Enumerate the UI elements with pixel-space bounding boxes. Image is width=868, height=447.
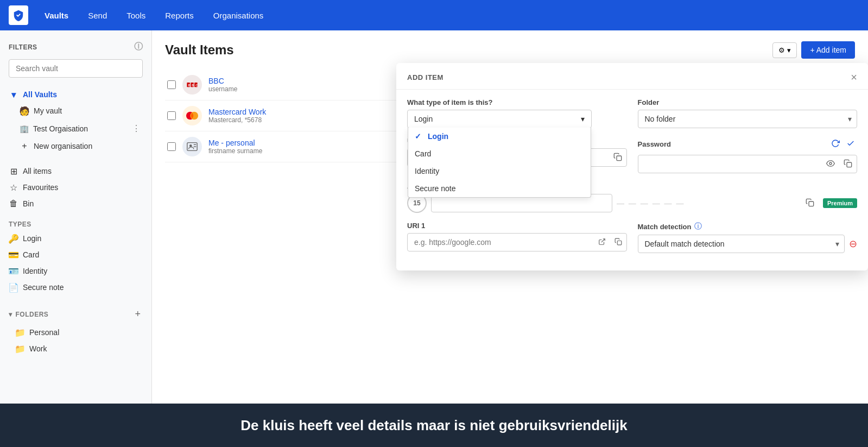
type-row: What type of item is this? Login ▾ Login… (407, 98, 857, 128)
new-org-label: New organisation (34, 142, 92, 150)
filters-info-icon[interactable]: ⓘ (134, 41, 143, 53)
item-type-header[interactable]: Login ▾ (408, 110, 591, 128)
sidebar-item-all-vaults[interactable]: ▾ All Vaults (0, 86, 151, 103)
uri-input[interactable] (408, 234, 594, 251)
item-checkbox-me[interactable] (167, 142, 176, 151)
my-vault-label: My vault (34, 106, 62, 115)
svg-line-16 (601, 238, 604, 242)
type-question-label: What type of item is this? (407, 98, 627, 106)
uri-input-group (407, 233, 627, 251)
item-type-options: Login Card Identity Secure note (408, 128, 591, 198)
nav-tools[interactable]: Tools (119, 8, 153, 23)
sidebar-item-bin[interactable]: 🗑 Bin (0, 196, 151, 212)
password-action-buttons (829, 137, 857, 152)
svg-rect-15 (809, 202, 814, 206)
favourites-label: Favourites (23, 183, 58, 192)
password-input-group (638, 155, 858, 173)
settings-button[interactable]: ⚙ ▾ (772, 42, 797, 58)
sidebar-item-card[interactable]: 💳 Card (0, 247, 151, 263)
gear-chevron-icon: ▾ (787, 46, 791, 54)
password-copy-button[interactable] (839, 156, 857, 173)
uri-row: URI 1 (407, 222, 857, 253)
modal-body: What type of item is this? Login ▾ Login… (396, 90, 868, 270)
content-area: Vault Items ⚙ ▾ + Add item B (152, 30, 868, 404)
types-section: ⊞ All items ☆ Favourites 🗑 Bin TYPES 🔑 L… (0, 163, 151, 295)
folders-section: ▾ FOLDERS + 📁 Personal 📁 Work (0, 304, 151, 357)
modal-header: ADD ITEM × (396, 63, 868, 90)
uri-copy-button[interactable] (610, 235, 626, 250)
nav-send[interactable]: Send (80, 8, 115, 23)
type-option-identity[interactable]: Identity (408, 162, 591, 180)
gear-icon: ⚙ (778, 46, 785, 54)
item-type-dropdown[interactable]: Login ▾ Login Card Identity Secure note (407, 110, 592, 128)
match-detection-row: Default match detectionBase domainHostSt… (638, 235, 858, 253)
person-icon: 🧑 (20, 106, 29, 116)
chevron-folders-icon: ▾ (9, 311, 12, 318)
modal-close-button[interactable]: × (851, 72, 857, 83)
sidebar-item-new-org[interactable]: + New organisation (0, 138, 151, 154)
identity-type-label: Identity (23, 267, 47, 275)
dropdown-chevron-icon: ▾ (581, 115, 585, 123)
svg-point-9 (189, 144, 192, 147)
type-option-login[interactable]: Login (408, 128, 591, 145)
sidebar-item-secure-note[interactable]: 📄 Secure note (0, 279, 151, 295)
filters-label: FILTERS (9, 43, 37, 51)
password-input[interactable] (638, 155, 822, 173)
test-org-menu-button[interactable]: ⋮ (130, 122, 143, 135)
item-checkbox-bbc[interactable] (167, 80, 176, 89)
username-copy-button[interactable] (609, 149, 626, 166)
password-visibility-button[interactable] (822, 156, 839, 173)
add-folder-button[interactable]: + (132, 307, 143, 321)
folder-select-wrapper: No folder (638, 110, 858, 128)
item-icon-me (182, 137, 202, 156)
content-actions: ⚙ ▾ + Add item (772, 41, 855, 59)
match-detection-remove-button[interactable]: ⊖ (849, 238, 857, 250)
sidebar-item-test-org-row: 🏢 Test Orgaisation ⋮ (0, 119, 151, 138)
totp-copy-button[interactable] (801, 195, 819, 212)
login-type-label: Login (23, 234, 41, 243)
content-header: Vault Items ⚙ ▾ + Add item (165, 41, 855, 59)
identity-icon: 🪪 (9, 266, 18, 276)
premium-badge: Premium (823, 198, 857, 208)
personal-folder-label: Personal (29, 328, 59, 337)
uri-open-button[interactable] (594, 235, 610, 250)
sidebar-item-test-org[interactable]: 🏢 Test Orgaisation (20, 124, 130, 133)
sidebar-item-work-folder[interactable]: 📁 Work (0, 341, 151, 357)
password-check-button[interactable] (844, 137, 857, 152)
match-detection-select[interactable]: Default match detectionBase domainHostSt… (638, 235, 845, 253)
sidebar-item-my-vault[interactable]: 🧑 My vault (0, 103, 151, 119)
login-icon: 🔑 (9, 234, 18, 243)
nav-vaults[interactable]: Vaults (37, 8, 76, 23)
selected-type-label: Login (414, 115, 433, 123)
nav-reports[interactable]: Reports (157, 8, 201, 23)
type-option-secure-note[interactable]: Secure note (408, 180, 591, 197)
svg-rect-12 (617, 156, 622, 161)
topnav: Vaults Send Tools Reports Organisations (0, 0, 868, 30)
password-label: Password (638, 140, 671, 148)
search-input[interactable] (9, 59, 143, 78)
nav-organisations[interactable]: Organisations (206, 8, 271, 23)
folders-label: ▾ FOLDERS (9, 311, 48, 318)
svg-rect-17 (617, 241, 622, 245)
sidebar-item-favourites[interactable]: ☆ Favourites (0, 179, 151, 196)
match-detection-info-icon[interactable]: ⓘ (694, 222, 702, 231)
sidebar-divider-2 (0, 212, 151, 218)
folder-select[interactable]: No folder (638, 110, 858, 128)
svg-point-13 (829, 162, 832, 165)
add-item-button[interactable]: + Add item (801, 41, 855, 59)
plus-icon: + (20, 141, 29, 151)
sidebar-item-all-items[interactable]: ⊞ All items (0, 163, 151, 179)
card-type-label: Card (23, 250, 39, 259)
secure-note-icon: 📄 (9, 282, 18, 292)
sidebar-item-personal-folder[interactable]: 📁 Personal (0, 324, 151, 341)
sidebar-item-login[interactable]: 🔑 Login (0, 230, 151, 247)
password-generate-button[interactable] (829, 137, 842, 152)
item-checkbox-mastercard[interactable] (167, 111, 176, 120)
type-option-card[interactable]: Card (408, 145, 591, 162)
password-col: Password (638, 137, 858, 173)
filters-header: FILTERS ⓘ (0, 39, 151, 59)
sidebar-item-identity[interactable]: 🪪 Identity (0, 263, 151, 279)
types-group-header: TYPES (0, 218, 151, 230)
svg-text:B: B (192, 84, 194, 87)
match-detection-col: Match detection ⓘ Default match detectio… (638, 222, 858, 253)
